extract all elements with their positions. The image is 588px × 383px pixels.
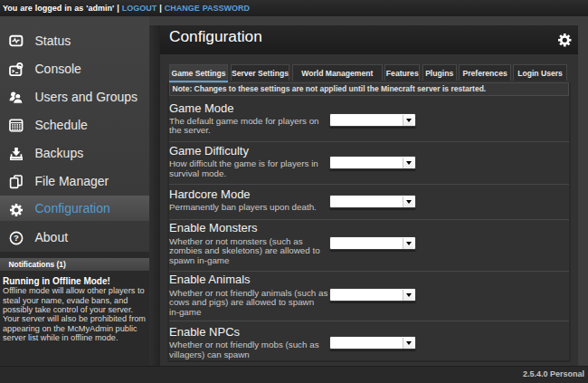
svg-text:?: ? [14,233,19,243]
